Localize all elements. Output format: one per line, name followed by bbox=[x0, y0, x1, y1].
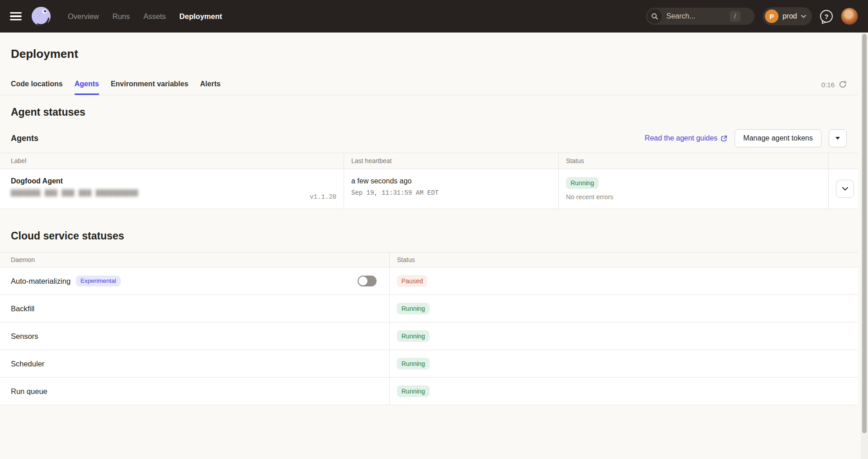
agent-row: Dogfood Agent ███████ ███ ███ ███ ██████… bbox=[0, 169, 858, 209]
agent-status-cell: Running No recent errors bbox=[558, 169, 828, 209]
user-avatar[interactable] bbox=[841, 8, 858, 25]
page-title: Deployment bbox=[0, 33, 858, 61]
daemon-cell: Backfill bbox=[0, 295, 389, 322]
primary-nav: Overview Runs Assets Deployment bbox=[68, 12, 222, 21]
search-input[interactable] bbox=[666, 12, 725, 20]
agents-toolbar-actions: Read the agent guides Manage agent token… bbox=[645, 129, 847, 147]
auto-materializing-toggle[interactable] bbox=[358, 276, 377, 286]
col-header-label: Label bbox=[0, 153, 344, 169]
search-bar[interactable]: / bbox=[646, 8, 755, 25]
daemon-name: Backfill bbox=[11, 304, 34, 313]
col-header-last-heartbeat: Last heartbeat bbox=[344, 153, 558, 169]
dagster-logo-icon[interactable] bbox=[31, 6, 52, 27]
status-badge-paused: Paused bbox=[397, 275, 427, 287]
col-header-status: Status bbox=[389, 253, 858, 267]
agent-version: v1.1.20 bbox=[310, 193, 336, 201]
deployment-initial-badge: P bbox=[765, 9, 778, 23]
status-badge-running: Running bbox=[397, 303, 429, 314]
deployment-tabs: Code locations Agents Environment variab… bbox=[11, 75, 221, 95]
daemon-name: Auto-materializing bbox=[11, 277, 71, 286]
tab-code-locations[interactable]: Code locations bbox=[11, 75, 63, 95]
nav-item-runs[interactable]: Runs bbox=[113, 12, 130, 21]
agents-table: Label Last heartbeat Status Dogfood Agen… bbox=[0, 153, 858, 209]
agent-name: Dogfood Agent bbox=[11, 177, 138, 185]
status-badge-running: Running bbox=[397, 358, 429, 370]
col-header-actions bbox=[828, 153, 858, 169]
search-shortcut-badge: / bbox=[730, 11, 741, 22]
daemon-row-scheduler: Scheduler Running bbox=[0, 350, 858, 378]
toggle-knob bbox=[359, 276, 368, 286]
agents-table-header: Label Last heartbeat Status bbox=[0, 153, 858, 169]
nav-item-overview[interactable]: Overview bbox=[68, 12, 99, 21]
nav-item-assets[interactable]: Assets bbox=[143, 12, 166, 21]
refresh-icon[interactable] bbox=[839, 80, 847, 89]
refresh-group: 0:16 bbox=[821, 80, 847, 95]
daemon-row-run-queue: Run queue Running bbox=[0, 378, 858, 405]
agents-toolbar: Agents Read the agent guides Manage agen… bbox=[11, 129, 847, 147]
daemon-status-cell: Running bbox=[389, 295, 858, 322]
daemon-status-cell: Running bbox=[389, 350, 858, 377]
deployment-switcher[interactable]: P prod bbox=[763, 7, 812, 25]
chevron-down-icon bbox=[842, 187, 848, 191]
tab-agents[interactable]: Agents bbox=[75, 75, 99, 95]
heartbeat-relative: a few seconds ago bbox=[351, 177, 551, 185]
daemon-row-sensors: Sensors Running bbox=[0, 323, 858, 350]
status-badge-running: Running bbox=[397, 385, 429, 397]
agent-guides-link-label: Read the agent guides bbox=[645, 134, 717, 142]
status-badge-running: Running bbox=[397, 330, 429, 342]
chevron-down-icon bbox=[801, 15, 806, 18]
search-icon bbox=[647, 9, 662, 23]
manage-agent-tokens-button[interactable]: Manage agent tokens bbox=[735, 129, 821, 147]
daemon-row-backfill: Backfill Running bbox=[0, 295, 858, 323]
tab-environment-variables[interactable]: Environment variables bbox=[111, 75, 189, 95]
agent-row-expand-button[interactable] bbox=[836, 180, 854, 198]
agent-heartbeat-cell: a few seconds ago Sep 19, 11:31:59 AM ED… bbox=[344, 169, 558, 209]
daemon-name: Scheduler bbox=[11, 360, 44, 368]
col-header-status: Status bbox=[558, 153, 828, 169]
daemon-status-cell: Running bbox=[389, 378, 858, 405]
top-navigation-bar: Overview Runs Assets Deployment / P prod… bbox=[0, 0, 868, 33]
tab-alerts[interactable]: Alerts bbox=[200, 75, 221, 95]
vertical-scrollbar[interactable] bbox=[861, 33, 868, 459]
agents-subheading: Agents bbox=[11, 134, 38, 143]
caret-down-icon bbox=[835, 137, 840, 140]
daemon-row-auto-materializing: Auto-materializing Experimental Paused bbox=[0, 267, 858, 295]
help-icon[interactable]: ? bbox=[820, 10, 833, 23]
daemon-cell: Scheduler bbox=[0, 350, 389, 377]
agent-statuses-heading: Agent statuses bbox=[11, 106, 847, 118]
daemon-cell: Auto-materializing Experimental bbox=[0, 267, 389, 295]
nav-item-deployment[interactable]: Deployment bbox=[179, 12, 222, 21]
agent-tokens-dropdown-button[interactable] bbox=[829, 129, 847, 147]
deployment-page: Deployment Code locations Agents Environ… bbox=[0, 33, 858, 405]
deployment-tabs-row: Code locations Agents Environment variab… bbox=[0, 75, 858, 95]
cloud-table-header: Daemon Status bbox=[0, 253, 858, 267]
cloud-services-table: Daemon Status Auto-materializing Experim… bbox=[0, 252, 858, 405]
heartbeat-timestamp: Sep 19, 11:31:59 AM EDT bbox=[351, 189, 551, 197]
hamburger-menu-icon[interactable] bbox=[10, 12, 22, 20]
external-link-icon bbox=[721, 135, 727, 142]
agent-status-note: No recent errors bbox=[566, 193, 821, 201]
cloud-service-statuses-heading: Cloud service statuses bbox=[11, 230, 847, 242]
topbar-right-group: / P prod ? bbox=[646, 7, 858, 25]
scrollbar-thumb[interactable] bbox=[862, 34, 867, 433]
deployment-switcher-label: prod bbox=[783, 12, 797, 20]
experimental-badge: Experimental bbox=[76, 276, 121, 286]
agent-label-cell: Dogfood Agent ███████ ███ ███ ███ ██████… bbox=[0, 169, 344, 209]
agent-guides-link[interactable]: Read the agent guides bbox=[645, 134, 727, 142]
daemon-cell: Run queue bbox=[0, 378, 389, 405]
agent-status-badge: Running bbox=[566, 177, 599, 189]
daemon-cell: Sensors bbox=[0, 323, 389, 350]
daemon-name: Run queue bbox=[11, 387, 47, 396]
daemon-status-cell: Running bbox=[389, 323, 858, 350]
agent-actions-cell bbox=[828, 169, 861, 209]
agent-id-redacted: ███████ ███ ███ ███ ██████████ bbox=[11, 189, 138, 197]
col-header-daemon: Daemon bbox=[0, 253, 389, 267]
daemon-name: Sensors bbox=[11, 332, 38, 341]
daemon-status-cell: Paused bbox=[389, 267, 858, 295]
refresh-timer: 0:16 bbox=[821, 81, 835, 89]
